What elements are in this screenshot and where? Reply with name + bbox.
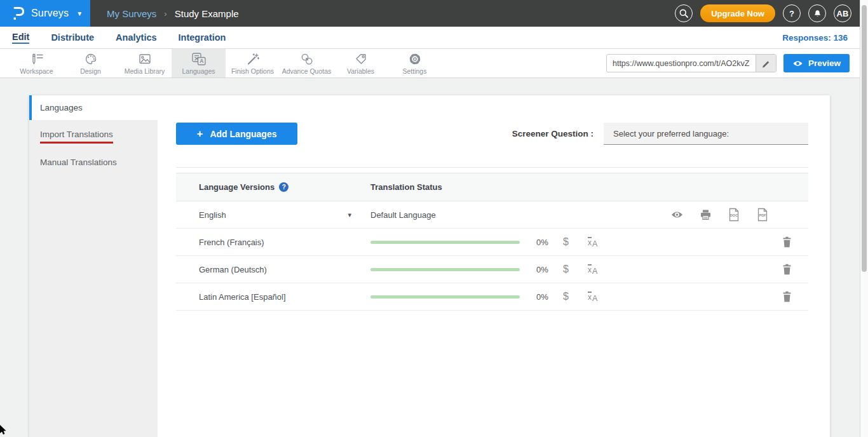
- preview-button[interactable]: Preview: [783, 54, 850, 72]
- svg-text:DOC: DOC: [730, 213, 738, 217]
- table-row-language: French (Français) 0% $ xA: [176, 229, 808, 256]
- avatar[interactable]: AB: [834, 4, 851, 22]
- table-header-row: Language Versions ? Translation Status: [176, 173, 808, 201]
- sidebar-item-manual-translations[interactable]: Manual Translations: [29, 151, 158, 174]
- tab-distribute[interactable]: Distribute: [51, 32, 94, 43]
- responses-count[interactable]: Responses: 136: [782, 33, 848, 43]
- brand-label: Surveys: [31, 8, 69, 19]
- chevron-down-icon: ▼: [76, 10, 83, 17]
- auto-translate-icon[interactable]: xA: [588, 264, 597, 274]
- auto-translate-icon[interactable]: xA: [588, 237, 597, 247]
- paid-translation-icon[interactable]: $: [563, 236, 569, 248]
- section-divider: [176, 167, 808, 168]
- toolbar-right-group: https://www.questionpro.com/t/AO2kvZ Pre…: [606, 49, 860, 77]
- page-scrollbar[interactable]: [860, 0, 868, 437]
- delete-language-icon[interactable]: [782, 264, 792, 275]
- default-language-dropdown[interactable]: English ▾: [176, 210, 370, 220]
- scrollbar-thumb[interactable]: [862, 5, 867, 272]
- translation-percent: 0%: [536, 292, 553, 302]
- survey-nav: Edit Distribute Analytics Integration Re…: [0, 27, 860, 49]
- paid-translation-icon[interactable]: $: [563, 264, 569, 275]
- workspace-icon: [29, 52, 44, 66]
- settings-sidebar: Languages Import Translations Manual Tra…: [29, 95, 158, 437]
- help-button[interactable]: ?: [783, 4, 801, 22]
- languages-panel: + Add Languages Screener Question : Sele…: [158, 95, 830, 437]
- survey-url-input[interactable]: https://www.questionpro.com/t/AO2kvZ: [607, 55, 756, 72]
- toolbar-item-languages[interactable]: A Languages: [172, 49, 226, 77]
- default-language-status: Default Language: [370, 210, 436, 220]
- tab-edit[interactable]: Edit: [12, 32, 29, 44]
- view-icon[interactable]: [670, 210, 684, 219]
- browser-content: Surveys ▼ My Surveys › Study Example Upg…: [0, 0, 860, 437]
- toolbar-item-media-library[interactable]: Media Library: [118, 49, 172, 77]
- product-switcher[interactable]: Surveys ▼: [0, 0, 90, 27]
- question-mark-icon: ?: [789, 9, 794, 18]
- languages-card: Languages Import Translations Manual Tra…: [29, 95, 830, 437]
- toolbar-item-variables[interactable]: Variables: [334, 49, 388, 77]
- notifications-button[interactable]: [808, 4, 826, 22]
- header-actions: Upgrade Now ? AB: [675, 0, 860, 27]
- help-badge-icon[interactable]: ?: [279, 182, 288, 192]
- toolbar-item-design[interactable]: Design: [64, 49, 118, 77]
- svg-text:PDF: PDF: [759, 213, 766, 217]
- translation-progress-bar: [370, 268, 520, 271]
- table-row-language: Latin America [Español] 0% $ xA: [176, 283, 808, 311]
- auto-translate-icon[interactable]: xA: [588, 292, 597, 302]
- breadcrumb-current-survey: Study Example: [175, 8, 239, 19]
- screener-question-group: Screener Question : Select your preferre…: [512, 123, 808, 145]
- gear-icon: [408, 52, 422, 66]
- sidebar-item-import-translations[interactable]: Import Translations: [29, 123, 158, 151]
- toolbar-item-finish-options[interactable]: Finish Options: [226, 49, 280, 77]
- chain-link-icon: [300, 52, 314, 66]
- screener-question-label: Screener Question :: [512, 129, 593, 138]
- language-name: Latin America [Español]: [176, 292, 370, 302]
- tab-integration[interactable]: Integration: [179, 32, 226, 43]
- delete-language-icon[interactable]: [782, 291, 792, 302]
- palette-icon: [84, 52, 98, 66]
- sidebar-item-languages[interactable]: Languages: [29, 95, 158, 120]
- screener-question-select[interactable]: Select your preferred language:: [604, 123, 808, 145]
- search-icon: [679, 8, 689, 18]
- table-row-language: German (Deutsch) 0% $ xA: [176, 256, 808, 283]
- upgrade-now-button[interactable]: Upgrade Now: [700, 4, 775, 22]
- tab-analytics[interactable]: Analytics: [116, 32, 156, 43]
- toolbar-item-advance-quotas[interactable]: Advance Quotas: [280, 49, 334, 77]
- print-icon[interactable]: [700, 209, 712, 220]
- image-icon: [138, 52, 152, 66]
- export-doc-icon[interactable]: DOC: [728, 208, 740, 222]
- import-translations-label: Import Translations: [40, 130, 113, 144]
- language-status-cell: 0% $ xA: [370, 264, 808, 275]
- edit-url-button[interactable]: [756, 55, 776, 72]
- language-name: German (Deutsch): [176, 265, 370, 274]
- delete-language-icon[interactable]: [782, 236, 792, 248]
- eye-icon: [792, 60, 803, 67]
- default-language-actions: DOC PDF: [670, 208, 769, 222]
- page-content: Languages Import Translations Manual Tra…: [0, 79, 860, 437]
- survey-url-box: https://www.questionpro.com/t/AO2kvZ: [606, 54, 776, 72]
- export-pdf-icon[interactable]: PDF: [756, 208, 769, 222]
- svg-text:A: A: [200, 58, 203, 64]
- add-languages-button[interactable]: + Add Languages: [176, 123, 297, 145]
- breadcrumb-separator-icon: ›: [164, 9, 166, 18]
- bell-icon: [812, 8, 823, 19]
- app-viewport: Surveys ▼ My Surveys › Study Example Upg…: [0, 0, 868, 437]
- toolbar-item-settings[interactable]: Settings: [388, 49, 442, 77]
- translation-progress-bar: [370, 295, 520, 299]
- column-header-language-versions: Language Versions ?: [176, 182, 370, 192]
- column-header-translation-status: Translation Status: [370, 182, 442, 192]
- chevron-down-icon: ▾: [348, 211, 351, 219]
- translate-icon: A: [191, 52, 207, 66]
- translation-percent: 0%: [536, 238, 553, 247]
- pencil-icon: [761, 58, 771, 68]
- toolbar-item-workspace[interactable]: Workspace: [10, 49, 64, 77]
- paid-translation-icon[interactable]: $: [563, 291, 569, 302]
- tag-icon: [354, 52, 368, 66]
- edit-toolbar: Workspace Design Media Library A Languag…: [0, 49, 860, 78]
- languages-table: Language Versions ? Translation Status E…: [176, 173, 808, 311]
- top-header-bar: Surveys ▼ My Surveys › Study Example Upg…: [0, 0, 860, 27]
- search-button[interactable]: [675, 4, 693, 22]
- breadcrumb-my-surveys[interactable]: My Surveys: [107, 8, 156, 19]
- magic-wand-icon: [246, 52, 260, 66]
- translation-percent: 0%: [536, 265, 553, 274]
- language-status-cell: 0% $ xA: [370, 236, 808, 248]
